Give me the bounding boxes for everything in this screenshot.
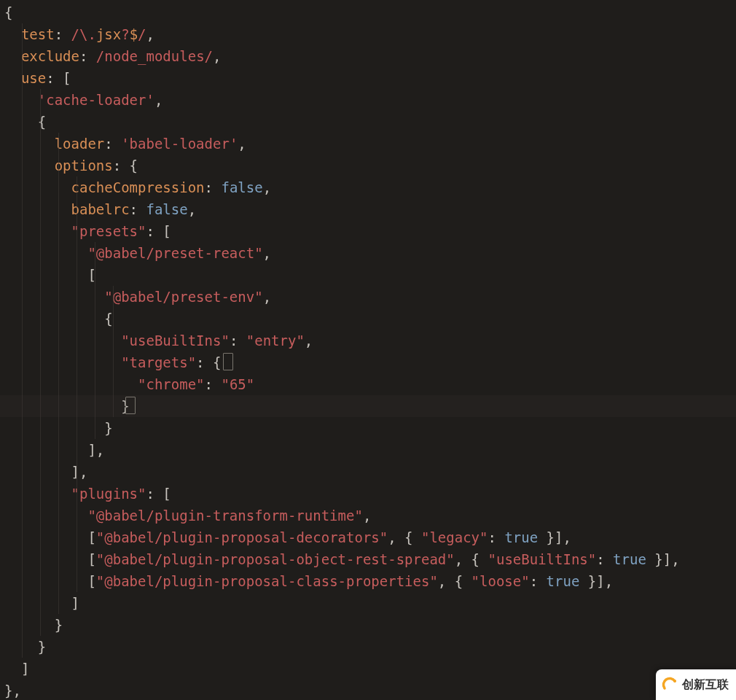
code-token: "@babel/plugin-proposal-object-rest-spre…: [96, 551, 455, 567]
code-token: "legacy": [421, 529, 488, 545]
code-token: "useBuiltIns": [121, 332, 230, 349]
code-token: false: [221, 179, 262, 195]
code-token: false: [146, 201, 187, 217]
code-editor[interactable]: { test: /\.jsx?$/, exclude: /node_module…: [0, 0, 736, 700]
code-token: loader: [55, 136, 105, 152]
code-token: "useBuiltIns": [488, 551, 597, 567]
code-token: "plugins": [71, 486, 146, 502]
code-token: 'babel-loader': [121, 136, 238, 152]
code-token: "entry": [246, 332, 305, 349]
code-token: "@babel/preset-react": [87, 245, 262, 261]
code-token: true: [504, 529, 538, 545]
watermark-logo-icon: [662, 677, 678, 693]
code-token: "65": [221, 376, 254, 392]
code-token: "chrome": [138, 376, 205, 392]
code-token: 'cache-loader': [38, 92, 154, 108]
code-token: "@babel/plugin-proposal-decorators": [96, 529, 388, 545]
code-token: {: [4, 4, 12, 20]
code-token: "@babel/plugin-transform-runtime": [87, 508, 363, 524]
code-token: cacheCompression: [71, 179, 205, 195]
code-token: "loose": [471, 573, 530, 589]
watermark-badge: 创新互联: [656, 669, 736, 700]
svg-point-0: [673, 680, 676, 682]
watermark-text: 创新互联: [682, 674, 729, 696]
code-token: true: [547, 573, 580, 589]
code-token: test: [21, 26, 55, 42]
code-token: "@babel/plugin-proposal-class-properties…: [96, 573, 438, 589]
code-token: use: [21, 70, 46, 86]
code-token: /\.jsx?$/: [71, 26, 146, 42]
code-token: babelrc: [71, 201, 130, 217]
code-token: /node_modules/: [96, 48, 213, 64]
code-content: { test: /\.jsx?$/, exclude: /node_module…: [0, 1, 736, 700]
code-token: "@babel/preset-env": [104, 289, 262, 305]
code-token: options: [55, 158, 113, 174]
code-token: exclude: [21, 48, 79, 64]
code-token: "presets": [71, 223, 146, 239]
code-token: true: [613, 551, 646, 567]
code-token: "targets": [121, 354, 196, 370]
